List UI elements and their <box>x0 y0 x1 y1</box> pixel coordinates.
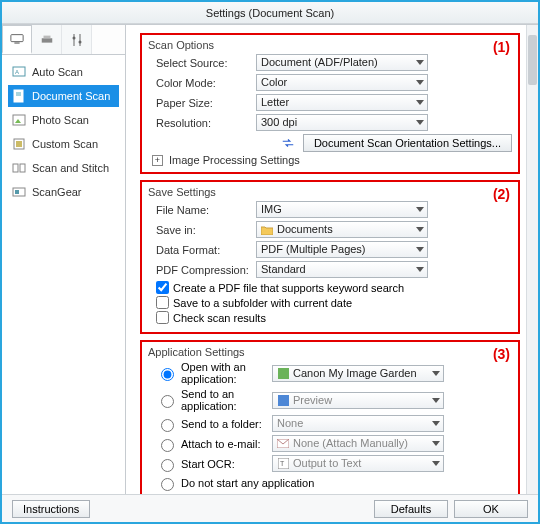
swap-icon[interactable] <box>281 136 295 150</box>
svg-rect-3 <box>43 35 50 38</box>
sidebar-item-label: Auto Scan <box>32 66 83 78</box>
sidebar-item-photo-scan[interactable]: Photo Scan <box>8 109 119 131</box>
tab-scan-from-panel[interactable] <box>32 25 62 54</box>
sidebar-item-custom-scan[interactable]: Custom Scan <box>8 133 119 155</box>
select-source-label: Select Source: <box>148 57 256 69</box>
svg-rect-10 <box>14 90 23 102</box>
expand-plus-icon: + <box>152 155 163 166</box>
monitor-icon <box>10 32 24 46</box>
text-icon: T <box>277 458 289 470</box>
data-format-label: Data Format: <box>148 244 256 256</box>
scan-type-list: A Auto Scan Document Scan Photo Scan Cus… <box>2 55 125 211</box>
color-mode-label: Color Mode: <box>148 77 256 89</box>
mail-icon <box>277 438 289 450</box>
main-panel: Scan Options (1) Select Source: Document… <box>126 25 538 494</box>
printer-icon <box>40 33 54 47</box>
document-scan-icon <box>12 89 26 103</box>
svg-rect-16 <box>16 141 22 147</box>
orientation-settings-button[interactable]: Document Scan Orientation Settings... <box>303 134 512 152</box>
resolution-label: Resolution: <box>148 117 256 129</box>
sidebar-item-label: Scan and Stitch <box>32 162 109 174</box>
app-icon <box>277 367 289 379</box>
photo-scan-icon <box>12 113 26 127</box>
section-title: Save Settings <box>148 186 512 198</box>
instructions-button[interactable]: Instructions <box>12 500 90 518</box>
paper-size-label: Paper Size: <box>148 97 256 109</box>
folder-icon <box>261 224 273 236</box>
left-column: A Auto Scan Document Scan Photo Scan Cus… <box>2 25 126 494</box>
svg-text:T: T <box>280 460 285 467</box>
sidebar-item-label: ScanGear <box>32 186 82 198</box>
file-name-combo[interactable]: IMG <box>256 201 428 218</box>
sidebar-item-label: Document Scan <box>32 90 110 102</box>
sidebar-item-auto-scan[interactable]: A Auto Scan <box>8 61 119 83</box>
svg-rect-21 <box>278 368 289 379</box>
tab-general-settings[interactable] <box>62 25 92 54</box>
paper-size-dropdown[interactable]: Letter <box>256 94 428 111</box>
attach-email-dropdown[interactable]: None (Attach Manually) <box>272 435 444 452</box>
do-not-start-radio[interactable] <box>161 478 174 491</box>
open-with-app-dropdown[interactable]: Canon My Image Garden <box>272 365 444 382</box>
window-title: Settings (Document Scan) <box>2 2 538 24</box>
pdf-compression-dropdown[interactable]: Standard <box>256 261 428 278</box>
data-format-dropdown[interactable]: PDF (Multiple Pages) <box>256 241 428 258</box>
sidebar-item-document-scan[interactable]: Document Scan <box>8 85 119 107</box>
ok-button[interactable]: OK <box>454 500 528 518</box>
main-layout: A Auto Scan Document Scan Photo Scan Cus… <box>2 24 538 494</box>
select-source-dropdown[interactable]: Document (ADF/Platen) <box>256 54 428 71</box>
vertical-scrollbar[interactable] <box>526 25 538 494</box>
image-processing-expander[interactable]: + Image Processing Settings <box>148 154 512 166</box>
color-mode-dropdown[interactable]: Color <box>256 74 428 91</box>
sidebar-item-scangear[interactable]: ScanGear <box>8 181 119 203</box>
attach-email-radio[interactable] <box>161 439 174 452</box>
mode-tabbar <box>2 25 125 55</box>
svg-rect-1 <box>14 43 19 44</box>
settings-scroll-area: Scan Options (1) Select Source: Document… <box>134 25 526 494</box>
custom-scan-icon <box>12 137 26 151</box>
send-to-app-dropdown[interactable]: Preview <box>272 392 444 409</box>
scrollbar-thumb[interactable] <box>528 35 537 85</box>
send-to-folder-radio[interactable] <box>161 419 174 432</box>
resolution-dropdown[interactable]: 300 dpi <box>256 114 428 131</box>
sidebar-item-label: Custom Scan <box>32 138 98 150</box>
section-application-settings: Application Settings (3) Open with an ap… <box>140 340 520 494</box>
sidebar-item-scan-and-stitch[interactable]: Scan and Stitch <box>8 157 119 179</box>
tab-scan-from-computer[interactable] <box>2 25 32 54</box>
svg-text:A: A <box>15 69 19 75</box>
section-save-settings: Save Settings (2) File Name: IMG Save in… <box>140 180 520 334</box>
svg-rect-20 <box>15 190 19 194</box>
send-to-folder-dropdown[interactable]: None <box>272 415 444 432</box>
pdf-compression-label: PDF Compression: <box>148 264 256 276</box>
open-with-app-radio[interactable] <box>161 368 174 381</box>
section-title: Scan Options <box>148 39 512 51</box>
keyword-search-checkbox[interactable] <box>156 281 169 294</box>
svg-point-6 <box>72 36 75 39</box>
stitch-icon <box>12 161 26 175</box>
check-scan-results-checkbox[interactable] <box>156 311 169 324</box>
svg-rect-2 <box>41 38 52 42</box>
save-in-label: Save in: <box>148 224 256 236</box>
section-title: Application Settings <box>148 346 512 358</box>
auto-scan-icon: A <box>12 65 26 79</box>
subfolder-date-checkbox[interactable] <box>156 296 169 309</box>
svg-point-7 <box>78 40 81 43</box>
svg-rect-22 <box>278 395 289 406</box>
sidebar-item-label: Photo Scan <box>32 114 89 126</box>
defaults-button[interactable]: Defaults <box>374 500 448 518</box>
svg-rect-13 <box>13 115 25 125</box>
sliders-icon <box>70 33 84 47</box>
svg-rect-0 <box>11 35 23 42</box>
section-number: (2) <box>493 186 510 202</box>
section-number: (3) <box>493 346 510 362</box>
start-ocr-dropdown[interactable]: TOutput to Text <box>272 455 444 472</box>
svg-rect-18 <box>20 164 25 172</box>
preview-icon <box>277 394 289 406</box>
dialog-footer: Instructions Defaults OK <box>2 494 538 522</box>
send-to-app-radio[interactable] <box>161 395 174 408</box>
section-number: (1) <box>493 39 510 55</box>
section-scan-options: Scan Options (1) Select Source: Document… <box>140 33 520 174</box>
svg-rect-17 <box>13 164 18 172</box>
scangear-icon <box>12 185 26 199</box>
start-ocr-radio[interactable] <box>161 459 174 472</box>
save-in-dropdown[interactable]: Documents <box>256 221 428 238</box>
